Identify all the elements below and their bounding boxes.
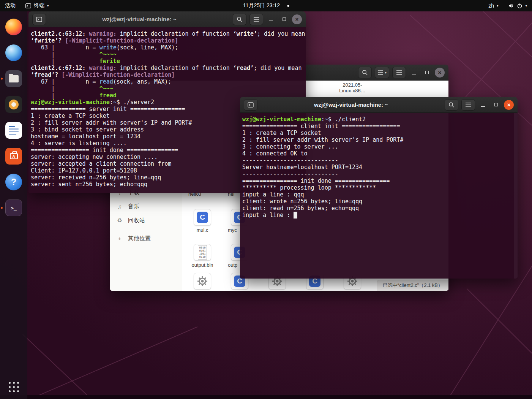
maximize-icon xyxy=(425,71,429,74)
plus-icon: + xyxy=(116,235,123,242)
new-terminal-button[interactable] xyxy=(244,99,257,111)
minimize-icon xyxy=(481,106,485,107)
terminal-scrollbar[interactable] xyxy=(514,113,518,279)
terminal-line: | ^~~~~ xyxy=(31,51,304,58)
file-label[interactable]: myc xyxy=(228,227,237,233)
client-terminal-output[interactable]: wzj@wzj-virtual-machine:~$ ./client2====… xyxy=(240,113,518,279)
terminal-line: 67 | n = read(sock, ans, MAX); xyxy=(31,78,304,85)
notification-dot xyxy=(287,5,289,7)
files-search-button[interactable] xyxy=(358,67,372,78)
terminal-search-button[interactable] xyxy=(233,14,246,25)
clock-button[interactable]: 11月25日 23:12 xyxy=(238,0,294,11)
firefox-icon xyxy=(5,19,22,35)
files-view-options-button[interactable]: ▾ xyxy=(375,67,389,78)
dock-item-media-player[interactable] xyxy=(3,93,25,116)
file-label[interactable]: outp xyxy=(228,262,237,268)
activities-button[interactable]: 活动 xyxy=(0,0,21,11)
file-item[interactable]: 2021.05- Linux-x86… xyxy=(330,82,375,93)
sidebar-divider xyxy=(114,230,178,230)
terminal-minimize-button[interactable] xyxy=(478,100,488,110)
terminal-minimize-button[interactable] xyxy=(266,14,276,24)
terminal-server-title: wzj@wzj-virtual-machine: ~ xyxy=(49,16,230,22)
sidebar-item-label: 回收站 xyxy=(128,217,145,224)
terminal-line: ---------------------------- xyxy=(242,157,516,164)
search-icon xyxy=(237,16,243,22)
files-maximize-button[interactable] xyxy=(422,68,432,78)
close-icon: × xyxy=(295,16,299,22)
terminal-maximize-button[interactable] xyxy=(279,14,289,24)
dock-item-terminal[interactable]: >_ xyxy=(3,196,25,220)
app-menu-label: 终端 xyxy=(34,2,44,9)
keyboard-layout-label: zh xyxy=(488,3,494,9)
terminal-menu-button[interactable] xyxy=(461,99,475,111)
hamburger-icon xyxy=(253,17,259,22)
terminal-line: ---------------------------- xyxy=(242,171,516,177)
chevron-down-icon: ▾ xyxy=(47,4,49,8)
terminal-line: 3 : connecting to server ... xyxy=(242,143,516,150)
sidebar-item-label: 其他位置 xyxy=(128,235,151,242)
terminal-client-title: wzj@wzj-virtual-machine: ~ xyxy=(260,101,442,108)
focused-app-menu[interactable]: 终端 ▾ xyxy=(21,0,54,11)
terminal-menu-button[interactable] xyxy=(249,14,263,25)
new-terminal-icon xyxy=(248,102,254,108)
terminal-close-button[interactable]: × xyxy=(292,14,302,24)
terminal-line: 63 | n = write(sock, line, MAX); xyxy=(31,44,304,51)
dock-item-help[interactable]: ? xyxy=(3,170,25,194)
files-folder-icon xyxy=(5,70,22,87)
dock-item-firefox[interactable] xyxy=(3,15,25,39)
hamburger-icon xyxy=(465,102,471,108)
terminal-close-button[interactable]: × xyxy=(504,100,514,110)
apps-grid-icon xyxy=(9,382,19,392)
c-file-icon: C xyxy=(194,209,211,226)
terminal-line: Server hostname=localhost PORT=1234 xyxy=(242,164,516,171)
terminal-search-button[interactable] xyxy=(445,99,458,111)
sidebar-item-other-locations[interactable]: + 其他位置 xyxy=(110,232,182,245)
dock-item-writer[interactable] xyxy=(3,119,25,142)
file-label: output.bin xyxy=(180,262,225,268)
new-terminal-button[interactable] xyxy=(32,14,46,25)
terminal-client-header[interactable]: wzj@wzj-virtual-machine: ~ × xyxy=(240,97,518,113)
dock-item-browser[interactable] xyxy=(3,41,25,65)
minimize-icon xyxy=(269,21,273,21)
minimize-icon xyxy=(412,74,416,74)
keyboard-layout-indicator[interactable]: zh ▾ xyxy=(483,0,503,11)
activities-label: 活动 xyxy=(5,2,16,9)
top-bar: 活动 终端 ▾ 11月25日 23:12 zh ▾ ▾ xyxy=(0,0,532,11)
terminal-line: client2.c:63:12: warning: implicit decla… xyxy=(31,30,304,37)
files-minimize-button[interactable] xyxy=(409,68,419,78)
object-file-gear-icon xyxy=(194,273,211,290)
status-text: 已选中“client2.c”（2.1 kB） xyxy=(383,282,443,289)
search-icon xyxy=(362,70,368,76)
list-view-icon xyxy=(377,70,384,75)
sidebar-item-trash[interactable]: ♻ 回收站 xyxy=(110,214,182,227)
sidebar-item-label: 音乐 xyxy=(128,203,139,210)
terminal-line: wzj@wzj-virtual-machine:~$ ./client2 xyxy=(242,116,516,123)
close-icon: × xyxy=(507,102,511,108)
dock-item-files[interactable] xyxy=(3,67,25,90)
media-player-icon xyxy=(5,96,22,113)
show-applications-button[interactable] xyxy=(3,382,25,397)
terminal-line: 2 : fill server_addr with server's IP an… xyxy=(242,136,516,143)
dock: A ? >_ xyxy=(0,11,27,399)
terminal-line: 1 : create a TCP socket xyxy=(242,130,516,136)
music-icon: ♫ xyxy=(116,203,123,210)
files-menu-button[interactable] xyxy=(392,67,406,78)
files-close-button[interactable]: × xyxy=(435,68,445,78)
dock-item-ubuntu-software[interactable]: A xyxy=(3,144,25,168)
new-terminal-icon xyxy=(36,17,42,22)
terminal-line: ‘fread’? [-Wimplicit-function-declaratio… xyxy=(31,71,304,78)
terminal-line: client: read n=256 bytes; echo=qqq xyxy=(242,205,516,212)
terminal-client-window: wzj@wzj-virtual-machine: ~ × wzj@wzj-vir… xyxy=(240,97,518,279)
chevron-down-icon: ▾ xyxy=(525,4,527,8)
terminal-line: client2.c:67:12: warning: implicit decla… xyxy=(31,65,304,71)
chevron-down-icon: ▾ xyxy=(385,71,387,74)
binary-file-icon: 0010 0101 1001 0110 xyxy=(194,244,211,261)
terminal-line: input a line : qqq xyxy=(242,191,516,198)
sidebar-item-music[interactable]: ♫ 音乐 xyxy=(110,200,182,213)
terminal-server-header[interactable]: wzj@wzj-virtual-machine: ~ × xyxy=(28,11,306,27)
terminal-line: ********** processing loop ************ xyxy=(242,184,516,191)
terminal-maximize-button[interactable] xyxy=(491,100,501,110)
ubuntu-software-icon: A xyxy=(5,148,22,165)
close-icon: × xyxy=(438,70,442,75)
system-status-menu[interactable]: ▾ xyxy=(503,0,532,11)
